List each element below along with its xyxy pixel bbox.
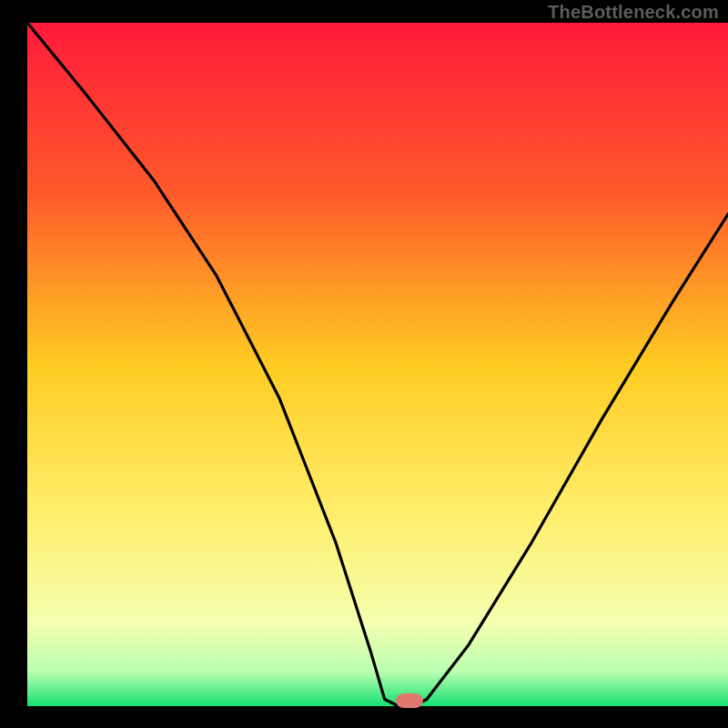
- plot-background: [27, 23, 728, 706]
- chart-svg: [0, 0, 728, 728]
- watermark-text: TheBottleneck.com: [548, 2, 719, 23]
- chart-container: TheBottleneck.com: [0, 0, 728, 728]
- optimum-marker: [396, 693, 423, 708]
